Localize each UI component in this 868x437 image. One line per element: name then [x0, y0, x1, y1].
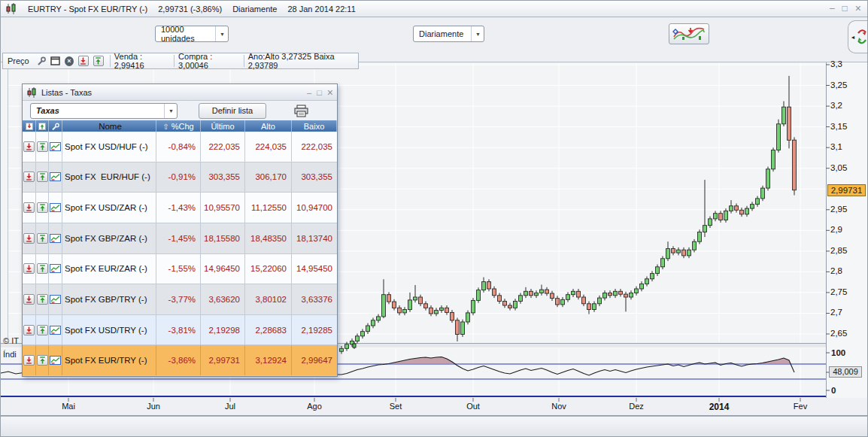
open-chart-button[interactable] [49, 345, 62, 375]
send-up-button[interactable] [36, 193, 49, 223]
open-chart-button[interactable] [49, 315, 62, 345]
wrench-icon[interactable] [36, 56, 46, 66]
y-axis-tick-label: 3,3 [830, 59, 866, 68]
last-price-tag: 2,99731 [827, 184, 866, 196]
instrument-name: Spot FX USD/HUF (-) [62, 132, 156, 162]
maximize-button[interactable] [317, 86, 322, 99]
indicator-mini-candle-icon [351, 341, 357, 349]
column-header-alto[interactable]: Alto [245, 120, 292, 132]
send-down-icon [23, 355, 35, 366]
candle [645, 277, 649, 287]
send-down-button[interactable] [23, 315, 36, 345]
x-axis-month-label: Jun [138, 402, 168, 411]
chart-style-button[interactable] [669, 23, 709, 44]
candle [366, 323, 370, 334]
define-list-button[interactable]: Definir lista [199, 103, 266, 119]
last-value: 3,63620 [201, 284, 245, 314]
table-row[interactable]: Spot FX GBP/TRY (-)-3,77%3,636203,801023… [23, 284, 337, 315]
send-up-header-icon[interactable] [36, 120, 49, 132]
title-period: Diariamente [232, 5, 277, 14]
send-up-button[interactable] [36, 223, 49, 253]
lists-window-title-bar[interactable]: Listas - Taxas [23, 84, 337, 101]
send-up-button[interactable] [36, 132, 49, 162]
table-header[interactable]: Nome %Chg Último Alto Baixo [23, 120, 337, 132]
open-chart-button[interactable] [49, 223, 62, 253]
maximize-button[interactable] [842, 2, 848, 15]
send-down-icon [23, 233, 35, 244]
open-chart-button[interactable] [49, 132, 62, 162]
column-header-chg[interactable]: %Chg [156, 120, 201, 132]
candle [403, 307, 407, 315]
close-button[interactable] [327, 86, 333, 99]
send-up-button[interactable] [36, 162, 49, 193]
low-value: 303,355 [292, 162, 337, 193]
table-row[interactable]: Spot FX GBP/ZAR (-)-1,45%18,1558018,4835… [23, 223, 337, 254]
candle [382, 279, 386, 318]
send-up-button[interactable] [36, 254, 49, 284]
send-down-button[interactable] [23, 132, 36, 162]
open-chart-button[interactable] [49, 162, 62, 193]
column-header-baixo[interactable]: Baixo [292, 120, 337, 132]
minimize-button[interactable] [307, 86, 311, 99]
candle [535, 290, 539, 298]
table-row[interactable]: Spot FX EUR/ZAR (-)-1,55%14,9645015,2206… [23, 254, 337, 285]
arrow-down-icon[interactable] [78, 56, 89, 66]
candle [524, 287, 528, 298]
list-selector-label: Taxas [36, 106, 59, 115]
column-header-nome[interactable]: Nome [62, 120, 156, 132]
candle [398, 305, 402, 315]
high-value: 2,28683 [245, 315, 292, 345]
send-down-icon [23, 325, 35, 335]
list-selector-dropdown[interactable]: Taxas [30, 103, 178, 119]
last-value: 18,15580 [201, 223, 245, 253]
candle [782, 102, 786, 127]
price-bar-label: Preço [3, 56, 34, 65]
table-row[interactable]: Spot FX EUR/HUF (-)-0,91%303,355306,1703… [23, 162, 337, 193]
send-down-button[interactable] [23, 284, 36, 314]
send-down-button[interactable] [23, 223, 36, 253]
minimize-button[interactable] [830, 2, 835, 15]
send-down-icon [23, 202, 35, 213]
indicator-tick-100: 100 [831, 348, 845, 357]
candle [377, 314, 381, 323]
arrow-up-icon[interactable] [93, 56, 104, 66]
send-down-button[interactable] [23, 162, 36, 193]
candle [508, 303, 512, 311]
send-down-header-icon[interactable] [23, 120, 36, 132]
units-dropdown[interactable]: 10000 unidades [155, 26, 229, 42]
refresh-tab[interactable]: ◄ [848, 20, 868, 53]
define-list-label: Definir lista [212, 106, 253, 115]
last-value: 2,99731 [201, 345, 245, 375]
open-chart-button[interactable] [49, 284, 62, 314]
send-down-button[interactable] [23, 193, 36, 223]
close-button[interactable] [855, 2, 861, 15]
candle [361, 329, 365, 338]
send-up-button[interactable] [36, 284, 49, 314]
instrument-name: Spot FX EUR/ZAR (-) [62, 254, 156, 284]
sort-arrow-icon [162, 122, 171, 131]
printer-icon[interactable] [293, 105, 309, 117]
close-circle-icon[interactable] [65, 56, 74, 66]
lists-window[interactable]: Listas - Taxas Taxas Definir lista Nome … [22, 83, 338, 377]
send-up-icon [37, 294, 48, 305]
wrench-header-icon[interactable] [49, 120, 62, 132]
send-down-button[interactable] [23, 345, 36, 375]
high-value: 306,170 [245, 162, 292, 193]
table-row[interactable]: Spot FX USD/TRY (-)-3,81%2,192982,286832… [23, 315, 337, 346]
candle [609, 290, 612, 298]
open-chart-button[interactable] [49, 193, 62, 223]
candle [793, 137, 797, 195]
y-axis-tick-label: 2,7 [830, 308, 866, 317]
table-row[interactable]: Spot FX EUR/TRY (-)-3,86%2,997313,129242… [23, 345, 337, 376]
table-row[interactable]: Spot FX USD/ZAR (-)-1,43%10,9557011,1255… [23, 193, 337, 223]
send-down-button[interactable] [23, 254, 36, 284]
send-up-button[interactable] [36, 315, 49, 345]
send-up-button[interactable] [36, 345, 49, 375]
period-dropdown[interactable]: Diariamente [413, 26, 484, 42]
table-row[interactable]: Spot FX USD/HUF (-)-0,84%222,035224,0352… [23, 132, 337, 162]
open-chart-button[interactable] [49, 254, 62, 284]
high-value: 3,12924 [245, 345, 292, 375]
candle [477, 287, 481, 302]
window-icon[interactable] [50, 56, 60, 65]
column-header-ultimo[interactable]: Último [201, 120, 245, 132]
